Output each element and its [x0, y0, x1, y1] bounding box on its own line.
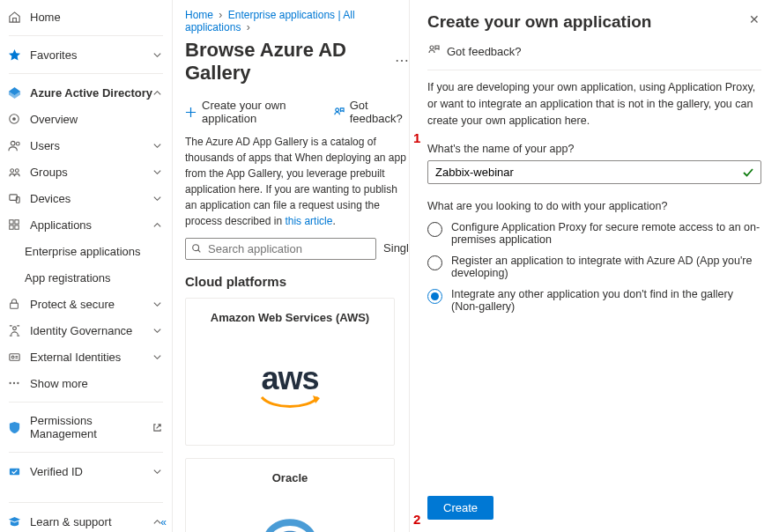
chevron-down-icon	[152, 325, 163, 336]
feedback-icon	[333, 106, 345, 118]
svg-point-17	[13, 382, 15, 384]
apps-icon	[7, 218, 21, 232]
breadcrumb-home[interactable]: Home	[185, 9, 213, 21]
nav-learn[interactable]: Learn & support	[0, 508, 172, 532]
nav-overview[interactable]: Overview	[0, 106, 172, 132]
nav-label: Identity Governance	[30, 324, 152, 337]
nav-label: Groups	[30, 166, 152, 179]
nav-label: Permissions Management	[30, 414, 152, 440]
nav-app-registrations[interactable]: App registrations	[0, 264, 172, 291]
tile-oracle[interactable]: Oracle	[185, 458, 395, 532]
check-icon	[742, 166, 754, 179]
what-looking-label: What are you looking to do with your app…	[427, 200, 761, 212]
svg-point-1	[13, 118, 16, 121]
nav-label: Devices	[30, 192, 152, 205]
nav-verified-id[interactable]: Verified ID	[0, 458, 172, 484]
nav-favorites[interactable]: Favorites	[0, 41, 172, 68]
filter-cut: Singl	[383, 238, 409, 260]
tile-aws[interactable]: Amazon Web Services (AWS) aws	[185, 298, 395, 446]
svg-point-13	[12, 326, 16, 329]
chevron-down-icon	[152, 299, 163, 309]
radio-app-proxy[interactable]: Configure Application Proxy for secure r…	[427, 221, 761, 246]
governance-icon	[7, 323, 21, 337]
radio-register-app[interactable]: Register an application to integrate wit…	[427, 255, 761, 279]
nav-aad[interactable]: Azure Active Directory	[0, 79, 172, 106]
nav-label: Users	[30, 139, 152, 152]
radio-icon	[427, 255, 442, 270]
breadcrumb-sep: ›	[244, 21, 253, 33]
breadcrumb-sep: ›	[216, 9, 225, 21]
panel-description: If you are developing your own applicati…	[427, 79, 761, 129]
aad-icon	[7, 85, 21, 100]
cmd-label: Got feedback?	[350, 99, 409, 125]
nav-id-gov[interactable]: Identity Governance	[0, 317, 172, 344]
nav-separator	[9, 35, 163, 36]
plus-icon	[185, 106, 197, 118]
devices-icon	[7, 191, 21, 205]
create-button[interactable]: Create	[427, 496, 493, 520]
overview-icon	[7, 112, 21, 126]
sidebar: Home Favorites Azure Active Directory Ov…	[0, 0, 173, 532]
close-icon[interactable]: ✕	[747, 12, 761, 26]
more-icon[interactable]: ⋯	[395, 54, 409, 70]
nav-enterprise-apps[interactable]: Enterprise applications	[0, 238, 172, 264]
nav-perm-mgmt[interactable]: Permissions Management	[0, 408, 172, 447]
nav-groups[interactable]: Groups	[0, 159, 172, 185]
nav-ext-id[interactable]: External Identities	[0, 344, 172, 370]
collapse-sidebar-button[interactable]: «	[160, 516, 167, 528]
nav-applications[interactable]: Applications	[0, 211, 172, 238]
svg-rect-8	[10, 220, 13, 224]
users-icon	[7, 138, 21, 152]
got-feedback-button[interactable]: Got feedback?	[333, 99, 409, 125]
chevron-down-icon	[152, 140, 163, 151]
svg-point-16	[9, 382, 11, 384]
nav-label: Overview	[30, 113, 163, 126]
search-application-box[interactable]	[185, 238, 376, 260]
home-icon	[7, 10, 21, 24]
panel-feedback-button[interactable]: Got feedback?	[427, 32, 761, 70]
permissions-icon	[7, 420, 21, 434]
app-name-label: What's the name of your app?	[427, 143, 761, 155]
search-input[interactable]	[208, 242, 370, 255]
tile-title: Amazon Web Services (AWS)	[211, 311, 369, 324]
page-title: Browse Azure AD Gallery	[185, 39, 388, 85]
chevron-down-icon	[152, 49, 163, 60]
svg-point-18	[17, 382, 19, 384]
nav-separator	[9, 402, 163, 403]
nav-label: Learn & support	[30, 515, 152, 528]
groups-icon	[7, 165, 21, 179]
breadcrumb: Home › Enterprise applications | All app…	[185, 9, 409, 33]
nav-label: Protect & secure	[30, 298, 152, 311]
this-article-link[interactable]: this article	[285, 215, 332, 227]
nav-devices[interactable]: Devices	[0, 185, 172, 211]
main-content: Home › Enterprise applications | All app…	[173, 0, 409, 532]
nav-protect[interactable]: Protect & secure	[0, 291, 172, 317]
chevron-down-icon	[152, 166, 163, 177]
svg-point-24	[430, 46, 434, 49]
create-own-app-button[interactable]: Create your own application	[185, 99, 317, 125]
radio-label: Integrate any other application you don'…	[451, 288, 761, 313]
chevron-up-icon	[152, 219, 163, 230]
radio-selected-icon	[427, 289, 442, 304]
cmd-label: Create your own application	[202, 99, 317, 125]
create-app-panel: Create your own application ✕ Got feedba…	[409, 0, 779, 532]
nav-users[interactable]: Users	[0, 132, 172, 159]
tile-title: Oracle	[272, 471, 308, 484]
radio-non-gallery[interactable]: Integrate any other application you don'…	[427, 288, 761, 313]
svg-point-3	[16, 142, 19, 145]
nav-label: Azure Active Directory	[30, 86, 152, 100]
app-name-input[interactable]	[427, 160, 761, 184]
chevron-down-icon	[152, 351, 163, 362]
annotation-1: 1	[413, 130, 420, 145]
aws-logo: aws	[258, 338, 322, 432]
nav-label: Show more	[30, 377, 163, 390]
app-type-radio-group: Configure Application Proxy for secure r…	[427, 221, 761, 313]
nav-home[interactable]: Home	[0, 4, 172, 30]
radio-label: Configure Application Proxy for secure r…	[451, 221, 761, 246]
nav-show-more[interactable]: Show more	[0, 370, 172, 396]
cloud-platforms-heading: Cloud platforms	[185, 274, 409, 289]
panel-feedback-label: Got feedback?	[447, 45, 522, 58]
nav-separator	[9, 73, 163, 74]
panel-title: Create your own application	[427, 12, 651, 32]
svg-point-5	[15, 168, 19, 172]
